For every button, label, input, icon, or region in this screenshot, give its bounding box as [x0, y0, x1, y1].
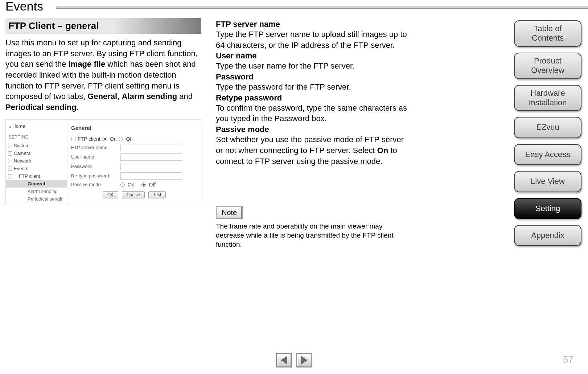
screenshot-input	[120, 144, 182, 151]
screenshot-row-passive: Passive mode	[71, 182, 118, 187]
screenshot-test-button: Test	[148, 191, 166, 198]
screenshot-home-link: ⌂ Home	[6, 122, 67, 130]
radio-off-icon	[119, 137, 123, 141]
screenshot-cancel-button: Cancel	[122, 191, 145, 198]
def-term-password: Password	[216, 72, 408, 82]
screenshot-setting-header: SETTING	[6, 130, 67, 142]
screenshot-ftpclient-label: FTP client	[78, 136, 100, 142]
side-nav-appendix[interactable]: Appendix	[514, 225, 581, 246]
side-nav-easy-access[interactable]: Easy Access	[514, 144, 581, 165]
radio-on-icon	[120, 182, 125, 187]
screenshot-tree-alarm: Alarm sending	[6, 188, 67, 195]
page-title: Events	[5, 0, 48, 12]
side-nav-setting[interactable]: Setting	[514, 198, 581, 219]
screenshot-on-label: On	[110, 136, 117, 142]
screenshot-tree-general: General	[6, 180, 67, 188]
right-column: FTP server name Type the FTP server name…	[216, 18, 408, 249]
section-heading-bar: FTP Client – general	[5, 18, 201, 34]
screenshot-tree-system: System	[6, 142, 67, 149]
screenshot-off-label: Off	[149, 182, 155, 188]
intro-bold-alarm: Alarm sending	[122, 92, 177, 101]
intro-bold-general: General	[87, 92, 117, 101]
nav-arrows	[276, 353, 312, 367]
def-desc-retype: To confirm the password, type the same c…	[216, 103, 408, 124]
screenshot-tree-network: Network	[6, 157, 67, 165]
intro-text: ,	[117, 92, 122, 101]
page-number: 57	[563, 354, 573, 365]
radio-on-icon	[103, 137, 107, 141]
side-nav-ezvuu[interactable]: EZvuu	[514, 117, 581, 138]
side-nav-product-overview[interactable]: ProductOverview	[514, 53, 581, 79]
def-term-username: User name	[216, 51, 408, 61]
screenshot-tree-ftpclient: FTP client	[6, 172, 67, 180]
def-desc-passive: Set whether you use the passive mode of …	[216, 134, 408, 167]
checkbox-icon	[71, 137, 75, 141]
left-column: FTP Client – general Use this menu to se…	[5, 18, 201, 249]
side-nav-hardware-installation[interactable]: HardwareInstallation	[514, 85, 581, 111]
screenshot-ftpclient-row: FTP client On Off	[71, 136, 197, 142]
screenshot-input	[120, 172, 182, 180]
radio-off-icon	[141, 182, 146, 187]
screenshot-input	[120, 163, 182, 170]
content-area: FTP Client – general Use this menu to se…	[5, 18, 408, 249]
title-divider	[56, 7, 588, 9]
screenshot-tree-camera: Camera	[6, 149, 67, 157]
settings-screenshot: ⌂ Home SETTING System Camera Network Eve…	[5, 119, 201, 205]
passive-text: Set whether you use the passive mode of …	[216, 135, 404, 155]
screenshot-sidebar: ⌂ Home SETTING System Camera Network Eve…	[6, 120, 67, 205]
side-nav: Table ofContentsProductOverviewHardwareI…	[514, 20, 581, 246]
screenshot-main-heading: General	[71, 125, 197, 131]
screenshot-input	[120, 153, 182, 161]
page-title-bar: Events	[5, 0, 588, 12]
prev-page-button[interactable]	[276, 353, 292, 367]
def-term-passive: Passive mode	[216, 125, 408, 134]
side-nav-live-view[interactable]: Live View	[514, 171, 581, 192]
intro-text: and	[177, 92, 193, 101]
screenshot-off-label: Off	[126, 136, 132, 142]
def-term-servername: FTP server name	[216, 20, 408, 29]
intro-paragraph: Use this menu to set up for capturing an…	[5, 37, 201, 113]
screenshot-tree-periodical: Periodical sendin	[6, 195, 67, 203]
screenshot-ok-button: OK	[103, 191, 118, 198]
screenshot-main: General FTP client On Off FTP server nam…	[67, 120, 201, 205]
screenshot-row-password: Password	[71, 164, 118, 169]
note-text: The frame rate and operability on the ma…	[216, 222, 408, 249]
screenshot-button-row: OK Cancel Test	[71, 191, 197, 198]
note-box: Note	[216, 206, 243, 219]
side-nav-table-of-contents[interactable]: Table ofContents	[514, 20, 581, 47]
def-desc-servername: Type the FTP server name to upload still…	[216, 29, 408, 50]
screenshot-row-retype: Re-type password	[71, 173, 118, 178]
def-desc-password: Type the password for the FTP server.	[216, 82, 408, 93]
intro-bold-periodical: Periodical sending	[5, 103, 77, 112]
screenshot-tree-events: Events	[6, 165, 67, 172]
screenshot-row-username: User name	[71, 154, 118, 160]
next-page-button[interactable]	[296, 353, 312, 367]
section-heading: FTP Client – general	[8, 20, 198, 32]
def-desc-username: Type the user name for the FTP server.	[216, 61, 408, 71]
passive-bold-on: On	[377, 146, 388, 155]
screenshot-on-label: On	[128, 182, 135, 188]
intro-bold-imagefile: image file	[69, 59, 105, 69]
def-term-retype: Retype password	[216, 93, 408, 103]
screenshot-row-servername: FTP server name	[71, 145, 118, 150]
intro-text: .	[77, 103, 79, 112]
